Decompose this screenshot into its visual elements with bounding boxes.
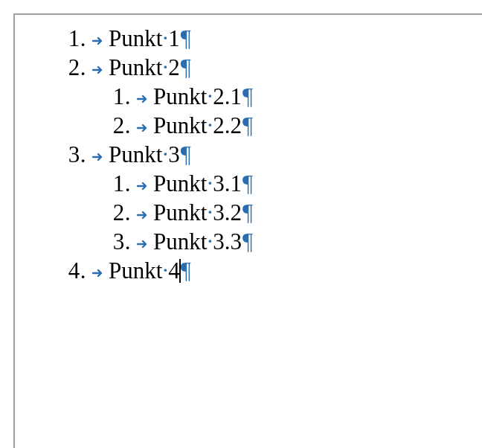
space-dot-icon: · bbox=[207, 198, 213, 227]
list-item[interactable]: 4. Punkt · 4 ¶ bbox=[15, 256, 482, 285]
list-item[interactable]: 3. Punkt · 3.3 ¶ bbox=[15, 227, 482, 256]
list-number: 3. bbox=[61, 140, 86, 169]
space-dot-icon: · bbox=[162, 24, 168, 53]
list-number: 1. bbox=[106, 169, 131, 198]
list-item-word: Punkt bbox=[153, 227, 207, 256]
list-item-word: Punkt bbox=[109, 24, 162, 53]
list-item[interactable]: 1. Punkt · 2.1 ¶ bbox=[15, 82, 482, 111]
list-item-word: Punkt bbox=[109, 53, 162, 82]
space-dot-icon: · bbox=[207, 169, 213, 198]
list-item[interactable]: 2. Punkt · 2 ¶ bbox=[15, 53, 482, 82]
list-item-suffix: 3.3 bbox=[213, 227, 242, 256]
space-dot-icon: · bbox=[207, 227, 213, 256]
pilcrow-icon: ¶ bbox=[242, 82, 253, 111]
list-number: 2. bbox=[61, 53, 86, 82]
list-item-suffix: 1 bbox=[168, 24, 180, 53]
pilcrow-icon: ¶ bbox=[180, 24, 191, 53]
tab-arrow-icon bbox=[86, 35, 109, 46]
document-page[interactable]: 1. Punkt · 1 ¶ 2. Punkt · 2 ¶ 1. Punkt ·… bbox=[13, 13, 482, 448]
space-dot-icon: · bbox=[207, 82, 213, 111]
list-item[interactable]: 1. Punkt · 1 ¶ bbox=[15, 24, 482, 53]
tab-arrow-icon bbox=[131, 209, 153, 220]
pilcrow-icon: ¶ bbox=[180, 53, 191, 82]
list-item[interactable]: 2. Punkt · 2.2 ¶ bbox=[15, 111, 482, 140]
list-item-word: Punkt bbox=[109, 256, 162, 285]
tab-arrow-icon bbox=[131, 238, 153, 249]
list-item-word: Punkt bbox=[109, 140, 162, 169]
pilcrow-icon: ¶ bbox=[180, 256, 191, 285]
pilcrow-icon: ¶ bbox=[242, 198, 253, 227]
list-number: 4. bbox=[61, 256, 86, 285]
list-item-word: Punkt bbox=[153, 198, 207, 227]
tab-arrow-icon bbox=[86, 151, 109, 162]
space-dot-icon: · bbox=[207, 111, 213, 140]
tab-arrow-icon bbox=[131, 180, 153, 191]
list-number: 2. bbox=[106, 111, 131, 140]
space-dot-icon: · bbox=[162, 140, 168, 169]
list-number: 1. bbox=[106, 82, 131, 111]
space-dot-icon: · bbox=[162, 53, 168, 82]
pilcrow-icon: ¶ bbox=[180, 140, 191, 169]
tab-arrow-icon bbox=[131, 93, 153, 104]
tab-arrow-icon bbox=[86, 64, 109, 75]
list-item-word: Punkt bbox=[153, 169, 207, 198]
list-item-word: Punkt bbox=[153, 82, 207, 111]
space-dot-icon: · bbox=[162, 256, 168, 285]
list-number: 1. bbox=[61, 24, 86, 53]
list-item-suffix: 3 bbox=[168, 140, 180, 169]
list-item-suffix: 2.2 bbox=[213, 111, 242, 140]
list-item[interactable]: 2. Punkt · 3.2 ¶ bbox=[15, 198, 482, 227]
list-item-word: Punkt bbox=[153, 111, 207, 140]
tab-arrow-icon bbox=[131, 122, 153, 133]
pilcrow-icon: ¶ bbox=[242, 227, 253, 256]
list-item-suffix: 2 bbox=[168, 53, 180, 82]
list-item-suffix: 3.2 bbox=[213, 198, 242, 227]
list-item[interactable]: 1. Punkt · 3.1 ¶ bbox=[15, 169, 482, 198]
list-item[interactable]: 3. Punkt · 3 ¶ bbox=[15, 140, 482, 169]
pilcrow-icon: ¶ bbox=[242, 111, 253, 140]
pilcrow-icon: ¶ bbox=[242, 169, 253, 198]
list-item-suffix: 3.1 bbox=[213, 169, 242, 198]
tab-arrow-icon bbox=[86, 267, 109, 278]
list-item-suffix: 2.1 bbox=[213, 82, 242, 111]
list-item-suffix: 4 bbox=[168, 256, 180, 285]
list-number: 3. bbox=[106, 227, 131, 256]
list-number: 2. bbox=[106, 198, 131, 227]
